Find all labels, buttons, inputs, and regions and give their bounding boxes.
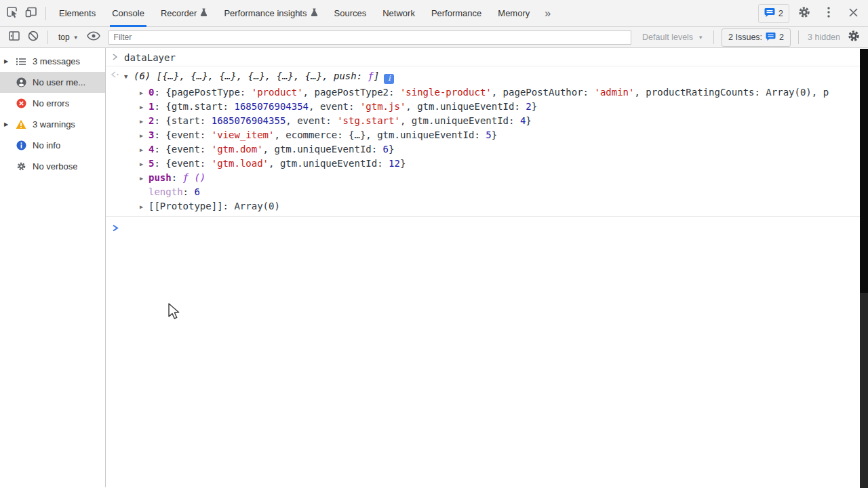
token-num: 5 <box>486 129 491 140</box>
console-main: ▶ 3 messages No user me... <box>0 48 868 487</box>
prompt-chevron-icon <box>106 222 124 232</box>
console-prompt-row[interactable] <box>106 217 868 232</box>
tree-row[interactable]: ▶5: {event: 'gtm.load', gtm.uniqueEventI… <box>124 157 868 171</box>
tab-label: Network <box>382 8 415 18</box>
token-plain: , event: <box>309 101 360 112</box>
eye-icon <box>87 31 100 43</box>
tab-network[interactable]: Network <box>374 0 423 27</box>
expand-arrow-icon[interactable]: ▶ <box>140 100 149 114</box>
expand-arrow-icon[interactable]: ▶ <box>0 121 10 127</box>
gear-icon <box>797 5 811 22</box>
filter-input[interactable] <box>108 30 631 45</box>
device-toolbar-icon <box>24 5 38 22</box>
tab-elements[interactable]: Elements <box>51 0 104 27</box>
sidebar-item-verbose[interactable]: No verbose <box>0 156 105 177</box>
token-num: 12 <box>389 158 400 169</box>
tree-row[interactable]: ▶4: {event: 'gtm.dom', gtm.uniqueEventId… <box>124 142 868 157</box>
expand-arrow-icon[interactable]: ▶ <box>140 129 149 142</box>
tab-label: Elements <box>59 8 96 18</box>
token-plain: , pagePostType2: <box>303 87 400 98</box>
result-head[interactable]: ▼(6) [{…}, {…}, {…}, {…}, {…}, {…}, push… <box>106 69 868 84</box>
experiment-flask-icon <box>311 8 318 19</box>
tree-row[interactable]: ▶push: ƒ () <box>124 171 868 185</box>
sidebar-item-label: No verbose <box>33 161 77 171</box>
issues-counter-button[interactable]: 2 <box>758 4 789 23</box>
console-toolbar: top ▼ Default levels ▼ 2 Issues: 2 3 hid… <box>0 27 868 48</box>
token-plain: : {event: <box>154 129 211 140</box>
sidebar-item-messages[interactable]: ▶ 3 messages <box>0 51 105 72</box>
kebab-menu-icon <box>827 7 830 20</box>
context-label: top <box>58 33 70 42</box>
issues-toolbar-button[interactable]: 2 Issues: 2 <box>722 28 791 47</box>
tree-row[interactable]: ▶1: {gtm.start: 1685076904354, event: 'g… <box>124 100 868 114</box>
tab-memory[interactable]: Memory <box>490 0 538 27</box>
sidebar-item-errors[interactable]: No errors <box>0 93 105 114</box>
token-str: 'gtm.dom' <box>212 144 263 155</box>
tree-row[interactable]: ▶0: {pagePostType: 'product', pagePostTy… <box>124 85 868 100</box>
tab-performance[interactable]: Performance <box>423 0 490 27</box>
expand-arrow-icon[interactable]: ▶ <box>140 143 149 157</box>
tab-recorder[interactable]: Recorder <box>153 0 216 27</box>
verbose-icon <box>15 161 27 171</box>
sidebar-item-label: No user me... <box>33 77 85 87</box>
token-plain: : {start: <box>154 115 211 126</box>
inspect-cursor-icon <box>5 5 19 22</box>
clear-console-button[interactable] <box>24 28 43 47</box>
collapse-arrow-icon[interactable]: ▼ <box>124 70 134 83</box>
chevron-down-icon: ▼ <box>73 35 79 41</box>
live-expression-button[interactable] <box>84 28 103 47</box>
tab-label: Recorder <box>161 8 197 18</box>
tree-row[interactable]: ▶3: {event: 'view_item', ecommerce: {…},… <box>124 128 868 142</box>
expand-arrow-icon[interactable]: ▶ <box>140 115 149 128</box>
console-command-row: dataLayer <box>106 48 868 66</box>
devtools-menu-button[interactable] <box>819 4 838 23</box>
tab-label: Memory <box>498 8 530 18</box>
device-toolbar-button[interactable] <box>22 4 41 23</box>
close-devtools-button[interactable] <box>844 4 863 23</box>
console-tree: ▶0: {pagePostType: 'product', pagePostTy… <box>106 84 868 216</box>
result-marker-icon <box>106 69 124 84</box>
expand-arrow-icon[interactable]: ▶ <box>140 86 149 100</box>
eager-eval-info-icon[interactable]: i <box>384 74 394 84</box>
token-plain: , gtm.uniqueEventId: <box>400 115 520 126</box>
sidebar-item-warnings[interactable]: ▶ 3 warnings <box>0 114 105 135</box>
token-plain: , ecommerce: {…}, gtm.uniqueEventId: <box>274 129 486 140</box>
command-chevron-icon <box>106 52 124 64</box>
inspect-element-button[interactable] <box>3 4 22 23</box>
log-levels-label: Default levels <box>642 33 693 42</box>
expand-arrow-icon[interactable]: ▶ <box>140 200 149 214</box>
token-key: push <box>149 172 172 183</box>
console-sidebar: ▶ 3 messages No user me... <box>0 48 106 487</box>
token-plain: : {pagePostType: <box>154 87 251 98</box>
tree-row[interactable]: ▶[[Prototype]]: Array(0) <box>124 199 868 214</box>
expand-arrow-icon[interactable]: ▶ <box>140 157 149 171</box>
token-plain: : {event: <box>154 144 211 155</box>
token-plain: [[Prototype]]: Array(0) <box>149 201 280 211</box>
sidebar-item-info[interactable]: No info <box>0 135 105 156</box>
log-levels-dropdown[interactable]: Default levels ▼ <box>637 33 709 42</box>
right-edge-dark-strip-lower <box>860 293 868 488</box>
expand-arrow-icon[interactable]: ▶ <box>0 58 10 64</box>
issues-bubble-icon <box>766 32 776 43</box>
token-keylight: length <box>149 186 183 197</box>
info-icon <box>15 140 27 150</box>
tab-performance-insights[interactable]: Performance insights <box>216 0 326 27</box>
tab-sources[interactable]: Sources <box>326 0 375 27</box>
sidebar-item-user-messages[interactable]: No user me... <box>0 72 105 93</box>
console-settings-button[interactable] <box>844 28 863 47</box>
tabbar-divider <box>45 7 46 20</box>
settings-button[interactable] <box>795 4 814 23</box>
tab-console[interactable]: Console <box>104 0 153 27</box>
token-plain: } <box>389 144 394 155</box>
toolbar-divider <box>798 30 799 44</box>
token-num: 6 <box>194 186 199 197</box>
tree-row[interactable]: length: 6 <box>124 185 868 199</box>
sidebar-item-label: No errors <box>33 98 69 108</box>
more-tabs-button[interactable]: » <box>538 7 557 20</box>
javascript-context-selector[interactable]: top ▼ <box>53 33 84 42</box>
tab-label: Performance insights <box>224 8 307 18</box>
console-sidebar-toggle-button[interactable] <box>5 28 24 47</box>
tree-row[interactable]: ▶2: {start: 1685076904355, event: 'stg.s… <box>124 114 868 128</box>
expand-arrow-icon[interactable]: ▶ <box>140 171 149 185</box>
devtools-tabbar: Elements Console Recorder Performance in… <box>0 0 868 27</box>
